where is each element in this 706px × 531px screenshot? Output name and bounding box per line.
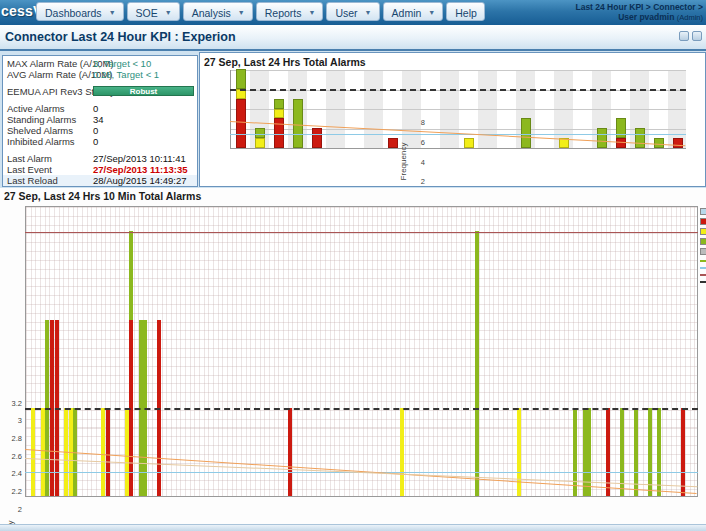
- green-alarm-bar[interactable]: [657, 408, 661, 496]
- refresh-icon[interactable]: [679, 31, 689, 41]
- red-alarm-bar[interactable]: [288, 408, 292, 496]
- kpi-value: 0.28, Target < 1: [93, 69, 159, 80]
- red-alarm-bar[interactable]: [106, 408, 110, 496]
- green-alarm-bar[interactable]: [616, 118, 626, 138]
- y-tick-label: 6: [409, 138, 425, 147]
- green-alarm-bar[interactable]: [648, 408, 652, 496]
- kpi-value: 0: [93, 136, 98, 147]
- menu-bar: Dashboards▼SOE▼Analysis▼Reports▼User▼Adm…: [36, 2, 488, 21]
- green-alarm-bar[interactable]: [573, 408, 577, 496]
- max-line-swatch: [700, 274, 706, 276]
- menu-dashboards[interactable]: Dashboards▼: [36, 2, 124, 21]
- y-tick-label: 3.2: [4, 399, 22, 408]
- window-bottom-strip: [0, 524, 706, 531]
- menu-reports[interactable]: Reports▼: [256, 2, 324, 21]
- kpi-row: Inhibited Alarms0: [3, 136, 197, 147]
- kpi-row: Last Event27/Sep/2013 11:13:35: [3, 164, 197, 175]
- gray-swatch: [700, 248, 706, 255]
- yellow-alarm-bar[interactable]: [101, 408, 105, 496]
- yellow-alarm-bar[interactable]: [517, 408, 521, 496]
- green-alarm-bar[interactable]: [475, 231, 479, 496]
- kpi-label: Active Alarms: [7, 103, 65, 114]
- kpi-row: AVG Alarm Rate (A/10M)0.28, Target < 1: [3, 69, 197, 80]
- green-alarm-bar[interactable]: [597, 128, 607, 148]
- title-bar-icons: [679, 31, 702, 41]
- yellow-alarm-bar[interactable]: [464, 138, 474, 148]
- target-dashed-line: [25, 408, 698, 410]
- menu-help[interactable]: Help: [446, 2, 485, 21]
- yellow-alarm-bar[interactable]: [41, 408, 45, 496]
- yellow-alarm-bar[interactable]: [125, 408, 129, 496]
- user-info: User pvadmin (Admin): [575, 12, 703, 23]
- yellow-alarm-bar[interactable]: [31, 408, 35, 496]
- menu-label: SOE: [136, 7, 158, 19]
- kpi-label: Inhibited Alarms: [7, 136, 75, 147]
- kpi-row: Last Alarm27/Sep/2013 10:11:41: [3, 153, 197, 164]
- chevron-down-icon: ▼: [165, 9, 172, 16]
- kpi-value: 3, Target < 10: [93, 58, 151, 69]
- chevron-down-icon: ▼: [309, 9, 316, 16]
- kpi-value: 27/Sep/2013 10:11:41: [93, 153, 186, 164]
- kpi-row: EEMUA API Rev3 Steady StateRobust: [3, 86, 197, 97]
- kpi-row: Standing Alarms34: [3, 114, 197, 125]
- menu-analysis[interactable]: Analysis▼: [183, 2, 253, 21]
- menu-admin[interactable]: Admin▼: [383, 2, 444, 21]
- red-alarm-bar[interactable]: [312, 128, 322, 148]
- chevron-down-icon: ▼: [109, 9, 116, 16]
- yellow-alarm-bar[interactable]: [400, 408, 404, 496]
- kpi-label: Last Reload: [7, 175, 58, 186]
- yellow-alarm-bar[interactable]: [274, 109, 284, 119]
- hourly-chart-title: 27 Sep, Last 24 Hrs Total Alarms: [204, 56, 366, 68]
- lightblue-swatch: [700, 208, 706, 215]
- kpi-row: MAX Alarm Rate (A/10M)3, Target < 10: [3, 58, 197, 69]
- yellow-alarm-bar[interactable]: [255, 138, 265, 148]
- kpi-label: Standing Alarms: [7, 114, 76, 125]
- kpi-value: 27/Sep/2013 11:13:35: [93, 164, 188, 175]
- y-tick-label: 4: [409, 158, 425, 167]
- green-alarm-bar[interactable]: [274, 99, 284, 109]
- menu-label: Admin: [392, 7, 422, 19]
- y-tick-label: 2: [409, 177, 425, 186]
- hourly-chart-panel: 27 Sep, Last 24 Hrs Total Alarms 11:0012…: [199, 52, 706, 187]
- avg-line-swatch: [700, 267, 706, 269]
- menu-user[interactable]: User▼: [326, 2, 379, 21]
- green-alarm-bar[interactable]: [236, 69, 246, 89]
- tenmin-chart-title: 27 Sep, Last 24 Hrs 10 Min Total Alarms: [4, 190, 201, 202]
- breadcrumb[interactable]: Last 24 Hour KPI > Connector >: [575, 2, 703, 12]
- hourly-chart-plot[interactable]: [230, 70, 686, 149]
- top-nav-bar: cessVue Dashboards▼SOE▼Analysis▼Reports▼…: [0, 0, 706, 25]
- menu-soe[interactable]: SOE▼: [127, 2, 180, 21]
- green-alarm-bar[interactable]: [583, 408, 587, 496]
- y-tick-label: 2: [4, 505, 22, 514]
- title-bar: Connector Last 24 Hour KPI : Experion: [0, 25, 706, 51]
- y-tick-label: 2.2: [4, 487, 22, 496]
- settings-icon[interactable]: [692, 31, 702, 41]
- page-title: Connector Last 24 Hour KPI : Experion: [5, 30, 236, 44]
- chevron-down-icon: ▼: [238, 9, 245, 16]
- red-alarm-bar[interactable]: [673, 138, 683, 148]
- red-alarm-bar[interactable]: [616, 138, 626, 148]
- kpi-label: Last Alarm: [7, 153, 52, 164]
- red-alarm-bar[interactable]: [681, 408, 685, 496]
- green-line-swatch: [700, 260, 706, 262]
- kpi-value: 0: [93, 103, 98, 114]
- menu-label: Analysis: [192, 7, 231, 19]
- y-axis-title: Frequency: [399, 142, 408, 180]
- kpi-stats-panel: MAX Alarm Rate (A/10M)3, Target < 10AVG …: [2, 55, 198, 187]
- red-alarm-bar[interactable]: [236, 99, 246, 148]
- yellow-swatch: [700, 228, 706, 235]
- green-alarm-bar[interactable]: [587, 408, 591, 496]
- chevron-down-icon: ▼: [428, 9, 435, 16]
- green-alarm-bar[interactable]: [129, 231, 133, 319]
- green-alarm-bar[interactable]: [635, 128, 645, 148]
- kpi-value: 28/Aug/2015 14:49:27: [93, 175, 187, 186]
- tenmin-chart-plot[interactable]: [25, 206, 698, 497]
- green-alarm-bar[interactable]: [293, 99, 303, 148]
- y-tick-label: 8: [409, 118, 425, 127]
- kpi-value: 34: [93, 114, 104, 125]
- y-tick-label: 2.8: [4, 434, 22, 443]
- red-alarm-bar[interactable]: [388, 138, 398, 148]
- chevron-down-icon: ▼: [365, 9, 372, 16]
- green-swatch: [700, 238, 706, 245]
- menu-label: Reports: [265, 7, 302, 19]
